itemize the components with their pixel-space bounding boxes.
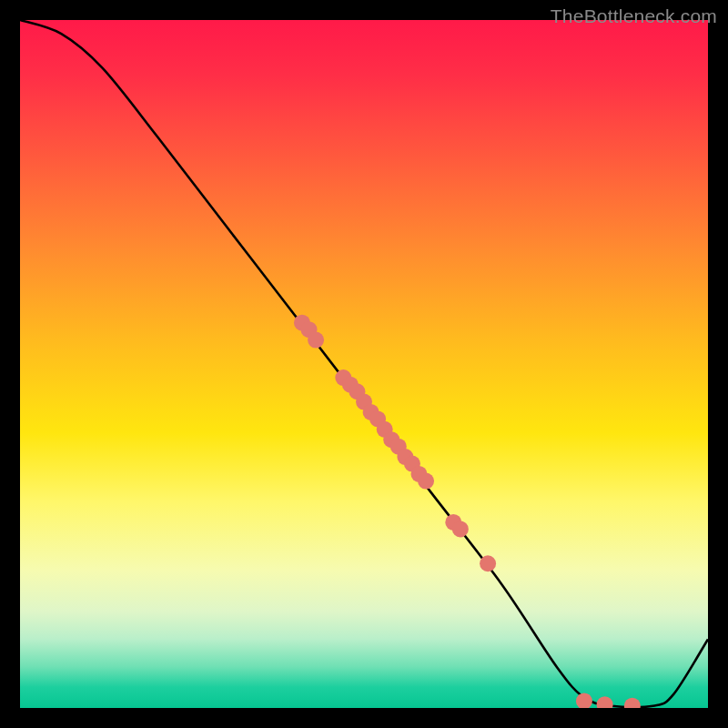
data-points (294, 315, 641, 708)
data-point (624, 698, 641, 708)
bottleneck-curve-chart (20, 20, 708, 708)
data-point (452, 521, 469, 537)
watermark-label: TheBottleneck.com (551, 5, 717, 27)
data-point (576, 693, 592, 708)
data-point (597, 696, 613, 708)
data-point (480, 555, 496, 571)
data-point (308, 332, 324, 349)
data-point (418, 473, 434, 490)
performance-curve (20, 20, 708, 707)
chart-plot-area (20, 20, 708, 708)
